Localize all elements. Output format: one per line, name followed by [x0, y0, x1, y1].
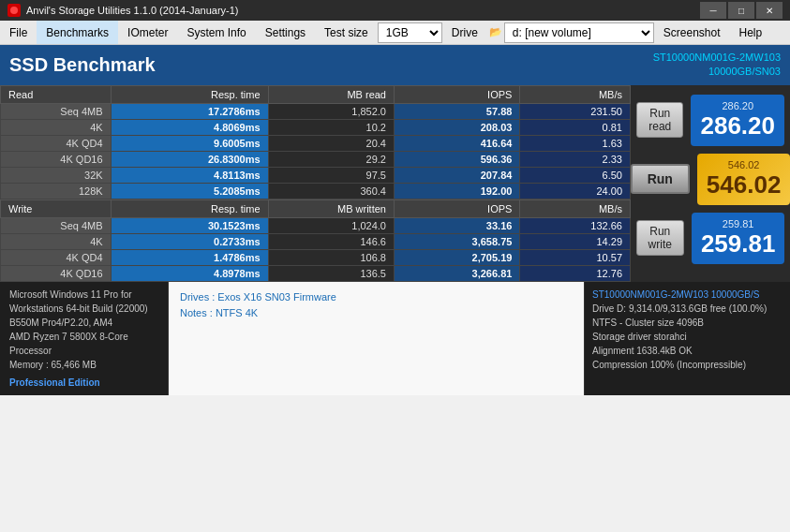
write-score-box: 259.81 259.81: [692, 213, 785, 264]
row-label: 4K: [1, 233, 112, 249]
row-iops: 416.64: [394, 135, 519, 151]
row-label: Seq 4MB: [1, 103, 112, 119]
col-read: Read: [1, 85, 112, 103]
title-bar: Anvil's Storage Utilities 1.1.0 (2014-Ja…: [0, 0, 790, 21]
write-score-sub: 259.81: [701, 218, 776, 229]
col-mb-read: MB read: [268, 85, 394, 103]
table-row: Seq 4MB 17.2786ms 1,852.0 57.88 231.50: [1, 103, 631, 119]
row-mbps: 14.29: [520, 233, 631, 249]
row-resp: 26.8300ms: [111, 151, 268, 167]
read-score-main: 286.20: [700, 111, 775, 140]
sys-info-line: B550M Pro4/P2.20, AM4: [9, 316, 158, 330]
write-score-main: 259.81: [701, 229, 776, 259]
drive-model: ST10000NM001G-2MW103: [653, 51, 781, 65]
menu-iometer[interactable]: IOmeter: [118, 21, 177, 44]
table-row: 4K QD4 1.4786ms 106.8 2,705.19 10.57: [1, 249, 631, 265]
row-resp: 4.8978ms: [111, 265, 268, 281]
right-panel: Run read 286.20 286.20 Run 546.02 546.02…: [631, 85, 790, 282]
row-resp: 0.2733ms: [111, 233, 268, 249]
drive-select[interactable]: d: [new volume]: [504, 22, 654, 43]
row-resp: 17.2786ms: [111, 103, 268, 119]
row-iops: 3,658.75: [394, 233, 519, 249]
row-label: 4K QD4: [1, 135, 112, 151]
run-read-button[interactable]: Run read: [636, 102, 683, 138]
row-mb: 29.2: [268, 151, 394, 167]
col-write: Write: [1, 200, 112, 217]
row-mbps: 2.33: [520, 151, 631, 167]
notes-line: Notes : NTFS 4K: [180, 305, 573, 322]
maximize-button[interactable]: □: [728, 2, 754, 19]
row-mb: 97.5: [268, 167, 394, 183]
table-row: 32K 4.8113ms 97.5 207.84 6.50: [1, 167, 631, 183]
menu-drive-label: Drive: [442, 21, 487, 44]
menu-settings[interactable]: Settings: [256, 21, 315, 44]
bottom-bar: Microsoft Windows 11 Pro for Workstation…: [0, 282, 790, 395]
row-mb: 146.6: [268, 233, 394, 249]
menu-help[interactable]: Help: [730, 21, 772, 44]
row-mbps: 10.57: [520, 249, 631, 265]
drive-details-panel: ST10000NM001G-2MW103 10000GB/SDrive D: 9…: [584, 282, 790, 395]
row-mb: 10.2: [268, 119, 394, 135]
row-mbps: 1.63: [520, 135, 631, 151]
drive-detail-line: NTFS - Cluster size 4096B: [592, 316, 783, 330]
edition-label: Professional Edition: [9, 376, 158, 390]
main-content: Read Resp. time MB read IOPS MB/s Seq 4M…: [0, 85, 790, 282]
drive-info: ST10000NM001G-2MW103 10000GB/SN03: [653, 51, 781, 80]
row-iops: 33.16: [394, 217, 519, 233]
menu-testsize-label: Test size: [315, 21, 378, 44]
menu-screenshot[interactable]: Screenshot: [654, 21, 730, 44]
col-iops-w: IOPS: [394, 200, 519, 217]
close-button[interactable]: ✕: [756, 2, 783, 19]
sys-info-line: Microsoft Windows 11 Pro for Workstation…: [9, 288, 158, 316]
row-iops: 3,266.81: [394, 265, 519, 281]
row-label: 128K: [1, 183, 112, 199]
drive-detail-line: Compression 100% (Incompressible): [592, 358, 783, 372]
total-score-row: Run 546.02 546.02: [636, 154, 784, 205]
read-score-sub: 286.20: [700, 100, 775, 111]
col-mbps: MB/s: [520, 85, 631, 103]
table-row: Seq 4MB 30.1523ms 1,024.0 33.16 132.66: [1, 217, 631, 233]
table-row: 4K 0.2733ms 146.6 3,658.75 14.29: [1, 233, 631, 249]
row-mb: 360.4: [268, 183, 394, 199]
sys-info-panel: Microsoft Windows 11 Pro for Workstation…: [0, 282, 169, 395]
app-icon: [7, 4, 21, 17]
row-mbps: 24.00: [520, 183, 631, 199]
read-score-row: Run read 286.20 286.20: [636, 95, 784, 146]
drive-detail-text: ST10000NM001G-2MW103 10000GB/SDrive D: 9…: [592, 288, 783, 372]
row-iops: 207.84: [394, 167, 519, 183]
drive-size: 10000GB/SN03: [653, 65, 781, 79]
table-row: 4K QD16 4.8978ms 136.5 3,266.81 12.76: [1, 265, 631, 281]
menu-systeminfo[interactable]: System Info: [177, 21, 255, 44]
menu-benchmarks[interactable]: Benchmarks: [37, 21, 118, 44]
run-button[interactable]: Run: [631, 164, 690, 194]
table-row: 4K QD4 9.6005ms 20.4 416.64 1.63: [1, 135, 631, 151]
drive-detail-line: Storage driver storahci: [592, 330, 783, 344]
row-resp: 30.1523ms: [111, 217, 268, 233]
run-write-button[interactable]: Run write: [636, 220, 684, 256]
col-iops: IOPS: [394, 85, 519, 103]
notes-line: Drives : Exos X16 SN03 Firmware: [180, 289, 573, 306]
testsize-select[interactable]: 1GB 512MB 256MB: [378, 22, 442, 43]
app-title: Anvil's Storage Utilities 1.1.0 (2014-Ja…: [26, 5, 238, 16]
total-score-box: 546.02 546.02: [697, 154, 790, 205]
col-resp-time: Resp. time: [111, 85, 268, 103]
row-resp: 5.2085ms: [111, 183, 268, 199]
row-label: 32K: [1, 167, 112, 183]
bench-title: SSD Benchmark: [9, 54, 156, 76]
menu-file[interactable]: File: [0, 21, 37, 44]
notes-text: Drives : Exos X16 SN03 FirmwareNotes : N…: [180, 289, 573, 322]
row-resp: 4.8113ms: [111, 167, 268, 183]
read-score-box: 286.20 286.20: [691, 95, 784, 146]
col-mb-written: MB written: [268, 200, 394, 217]
svg-point-0: [10, 7, 18, 14]
minimize-button[interactable]: ─: [700, 2, 726, 19]
row-mbps: 12.76: [520, 265, 631, 281]
total-score-main: 546.02: [707, 170, 782, 200]
drive-detail-line: Drive D: 9,314.0/9,313.6GB free (100.0%): [592, 302, 783, 316]
menu-bar: File Benchmarks IOmeter System Info Sett…: [0, 21, 790, 45]
row-iops: 192.00: [394, 183, 519, 199]
row-mbps: 0.81: [520, 119, 631, 135]
row-iops: 208.03: [394, 119, 519, 135]
row-mbps: 231.50: [520, 103, 631, 119]
drive-detail-line: ST10000NM001G-2MW103 10000GB/S: [592, 288, 783, 302]
